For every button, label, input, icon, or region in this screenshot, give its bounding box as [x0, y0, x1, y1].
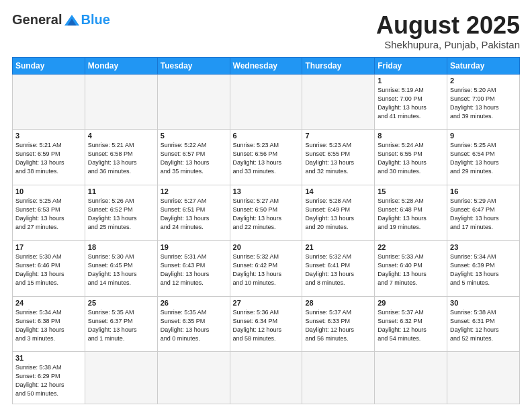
- calendar-cell: [85, 352, 157, 404]
- calendar-cell: [157, 352, 230, 404]
- calendar-cell: 30Sunrise: 5:38 AM Sunset: 6:31 PM Dayli…: [447, 296, 520, 352]
- logo: General Blue: [12, 12, 110, 28]
- day-info: Sunrise: 5:26 AM Sunset: 6:52 PM Dayligh…: [88, 197, 154, 232]
- calendar-cell: 8Sunrise: 5:24 AM Sunset: 6:55 PM Daylig…: [375, 130, 447, 185]
- calendar-cell: [302, 74, 375, 130]
- page: General Blue August 2025 Shekhupura, Pun…: [0, 0, 532, 411]
- calendar-cell: 18Sunrise: 5:30 AM Sunset: 6:45 PM Dayli…: [85, 240, 157, 296]
- calendar-cell: [85, 74, 157, 130]
- logo-icon: [64, 13, 79, 28]
- day-info: Sunrise: 5:23 AM Sunset: 6:55 PM Dayligh…: [305, 141, 371, 176]
- calendar-cell: 2Sunrise: 5:20 AM Sunset: 7:00 PM Daylig…: [447, 74, 520, 130]
- day-info: Sunrise: 5:32 AM Sunset: 6:41 PM Dayligh…: [305, 253, 371, 287]
- day-number: 3: [15, 132, 82, 140]
- calendar-week-row: 31Sunrise: 5:38 AM Sunset: 6:29 PM Dayli…: [13, 352, 520, 404]
- day-number: 11: [88, 187, 154, 195]
- calendar-cell: 24Sunrise: 5:34 AM Sunset: 6:38 PM Dayli…: [13, 296, 85, 352]
- calendar-weekday-saturday: Saturday: [447, 57, 520, 74]
- day-info: Sunrise: 5:25 AM Sunset: 6:53 PM Dayligh…: [15, 197, 82, 232]
- day-info: Sunrise: 5:30 AM Sunset: 6:46 PM Dayligh…: [15, 253, 82, 287]
- calendar-week-row: 3Sunrise: 5:21 AM Sunset: 6:59 PM Daylig…: [13, 130, 520, 185]
- day-number: 19: [161, 243, 227, 251]
- calendar-cell: [13, 74, 85, 130]
- day-number: 27: [233, 299, 300, 307]
- day-number: 23: [450, 243, 517, 251]
- day-info: Sunrise: 5:27 AM Sunset: 6:51 PM Dayligh…: [161, 197, 227, 232]
- header: General Blue August 2025 Shekhupura, Pun…: [12, 12, 520, 50]
- calendar-cell: 25Sunrise: 5:35 AM Sunset: 6:37 PM Dayli…: [85, 296, 157, 352]
- location: Shekhupura, Punjab, Pakistan: [376, 39, 520, 50]
- calendar-cell: 19Sunrise: 5:31 AM Sunset: 6:43 PM Dayli…: [157, 240, 230, 296]
- calendar-weekday-thursday: Thursday: [302, 57, 375, 74]
- calendar-cell: 4Sunrise: 5:21 AM Sunset: 6:58 PM Daylig…: [85, 130, 157, 185]
- day-info: Sunrise: 5:21 AM Sunset: 6:59 PM Dayligh…: [15, 141, 82, 176]
- day-info: Sunrise: 5:34 AM Sunset: 6:38 PM Dayligh…: [15, 308, 82, 343]
- calendar-weekday-tuesday: Tuesday: [157, 57, 230, 74]
- calendar-cell: 23Sunrise: 5:34 AM Sunset: 6:39 PM Dayli…: [447, 240, 520, 296]
- day-number: 29: [378, 299, 444, 307]
- month-title: August 2025: [376, 12, 520, 39]
- day-number: 7: [305, 132, 371, 140]
- calendar-cell: [230, 74, 302, 130]
- calendar-cell: 21Sunrise: 5:32 AM Sunset: 6:41 PM Dayli…: [302, 240, 375, 296]
- day-info: Sunrise: 5:37 AM Sunset: 6:32 PM Dayligh…: [378, 308, 444, 343]
- day-number: 8: [378, 132, 444, 140]
- logo-general: General: [12, 12, 62, 28]
- day-number: 24: [15, 299, 82, 307]
- day-number: 28: [305, 299, 371, 307]
- calendar-cell: [157, 74, 230, 130]
- day-number: 26: [161, 299, 227, 307]
- day-number: 25: [88, 299, 154, 307]
- day-number: 21: [305, 243, 371, 251]
- day-number: 20: [233, 243, 300, 251]
- calendar-header-row: SundayMondayTuesdayWednesdayThursdayFrid…: [13, 57, 520, 74]
- day-number: 30: [450, 299, 517, 307]
- calendar-cell: 6Sunrise: 5:23 AM Sunset: 6:56 PM Daylig…: [230, 130, 302, 185]
- calendar-cell: 10Sunrise: 5:25 AM Sunset: 6:53 PM Dayli…: [13, 185, 85, 241]
- day-number: 15: [378, 187, 444, 195]
- day-info: Sunrise: 5:29 AM Sunset: 6:47 PM Dayligh…: [450, 197, 517, 232]
- calendar-cell: 17Sunrise: 5:30 AM Sunset: 6:46 PM Dayli…: [13, 240, 85, 296]
- day-info: Sunrise: 5:20 AM Sunset: 7:00 PM Dayligh…: [450, 86, 517, 121]
- calendar-cell: 12Sunrise: 5:27 AM Sunset: 6:51 PM Dayli…: [157, 185, 230, 241]
- calendar-cell: 14Sunrise: 5:28 AM Sunset: 6:49 PM Dayli…: [302, 185, 375, 241]
- day-number: 17: [15, 243, 82, 251]
- day-info: Sunrise: 5:27 AM Sunset: 6:50 PM Dayligh…: [233, 197, 300, 232]
- day-number: 31: [15, 354, 82, 362]
- calendar-cell: 26Sunrise: 5:35 AM Sunset: 6:35 PM Dayli…: [157, 296, 230, 352]
- calendar-cell: [447, 352, 520, 404]
- day-info: Sunrise: 5:34 AM Sunset: 6:39 PM Dayligh…: [450, 253, 517, 287]
- day-info: Sunrise: 5:35 AM Sunset: 6:37 PM Dayligh…: [88, 308, 154, 343]
- day-info: Sunrise: 5:28 AM Sunset: 6:49 PM Dayligh…: [305, 197, 371, 232]
- day-number: 14: [305, 187, 371, 195]
- calendar-week-row: 1Sunrise: 5:19 AM Sunset: 7:00 PM Daylig…: [13, 74, 520, 130]
- calendar-cell: 7Sunrise: 5:23 AM Sunset: 6:55 PM Daylig…: [302, 130, 375, 185]
- calendar-cell: [302, 352, 375, 404]
- calendar-cell: [230, 352, 302, 404]
- calendar-week-row: 17Sunrise: 5:30 AM Sunset: 6:46 PM Dayli…: [13, 240, 520, 296]
- day-info: Sunrise: 5:24 AM Sunset: 6:55 PM Dayligh…: [378, 141, 444, 176]
- day-number: 22: [378, 243, 444, 251]
- calendar-cell: 29Sunrise: 5:37 AM Sunset: 6:32 PM Dayli…: [375, 296, 447, 352]
- day-number: 9: [450, 132, 517, 140]
- day-number: 18: [88, 243, 154, 251]
- calendar-cell: 1Sunrise: 5:19 AM Sunset: 7:00 PM Daylig…: [375, 74, 447, 130]
- day-info: Sunrise: 5:22 AM Sunset: 6:57 PM Dayligh…: [161, 141, 227, 176]
- day-number: 13: [233, 187, 300, 195]
- calendar-cell: 22Sunrise: 5:33 AM Sunset: 6:40 PM Dayli…: [375, 240, 447, 296]
- calendar-weekday-friday: Friday: [375, 57, 447, 74]
- day-info: Sunrise: 5:33 AM Sunset: 6:40 PM Dayligh…: [378, 253, 444, 287]
- day-number: 1: [378, 77, 444, 85]
- title-area: August 2025 Shekhupura, Punjab, Pakistan: [376, 12, 520, 50]
- day-number: 2: [450, 77, 517, 85]
- day-info: Sunrise: 5:19 AM Sunset: 7:00 PM Dayligh…: [378, 86, 444, 121]
- calendar-cell: 27Sunrise: 5:36 AM Sunset: 6:34 PM Dayli…: [230, 296, 302, 352]
- day-info: Sunrise: 5:38 AM Sunset: 6:29 PM Dayligh…: [15, 363, 82, 398]
- day-info: Sunrise: 5:35 AM Sunset: 6:35 PM Dayligh…: [161, 308, 227, 343]
- day-info: Sunrise: 5:36 AM Sunset: 6:34 PM Dayligh…: [233, 308, 300, 343]
- calendar-cell: [375, 352, 447, 404]
- day-info: Sunrise: 5:21 AM Sunset: 6:58 PM Dayligh…: [88, 141, 154, 176]
- calendar-weekday-sunday: Sunday: [13, 57, 85, 74]
- logo-area: General Blue: [12, 12, 110, 28]
- calendar-cell: 13Sunrise: 5:27 AM Sunset: 6:50 PM Dayli…: [230, 185, 302, 241]
